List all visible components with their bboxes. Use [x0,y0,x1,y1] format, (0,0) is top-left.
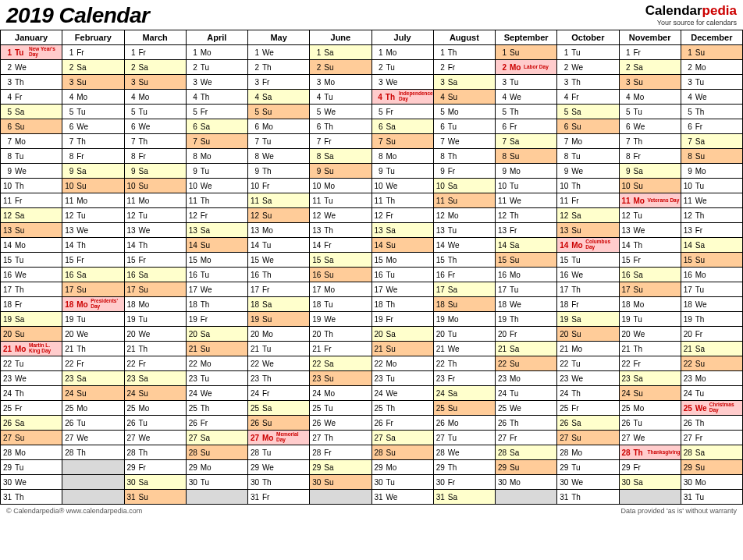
calendar-cell: 28Fr [310,445,372,460]
day-number: 12 [1,211,14,220]
day-of-week: Su [76,285,90,294]
calendar-cell: 15Fr [619,253,681,268]
calendar-cell: 21Su [186,342,247,356]
day-of-week: Su [138,182,152,190]
day-of-week: Tu [509,389,523,398]
day-number: 26 [620,419,633,427]
day-of-week: Th [200,404,214,413]
day-number: 17 [557,285,571,294]
day-of-week: Sa [695,241,709,250]
day-number: 11 [248,197,261,205]
day-of-week: Tu [571,48,585,57]
calendar-cell: 11Su [433,193,495,208]
day-number: 5 [187,108,200,116]
day-number: 24 [681,389,695,398]
calendar-row: 4Fr4Mo4Mo4Th4Sa4Tu4ThIndependence Day4Su… [1,90,743,105]
day-of-week: Mo [200,256,214,264]
day-of-week: Fr [447,478,461,487]
day-number: 25 [248,404,261,413]
day-number: 8 [681,152,695,161]
day-number: 5 [681,108,695,116]
day-of-week: We [571,63,585,72]
day-number: 1 [187,48,200,57]
day-number: 26 [496,419,509,427]
day-number: 13 [372,226,386,235]
calendar-cell: 4Th [186,90,247,105]
day-number: 25 [557,404,571,413]
calendar-cell: 23Mo [681,371,742,386]
day-of-week: Su [261,315,276,324]
calendar-cell: 9Sa [62,164,124,179]
day-number: 7 [496,137,509,146]
day-number: 21 [125,345,138,353]
day-of-week: Su [571,330,585,338]
day-number: 18 [681,300,695,309]
day-number: 23 [372,374,386,383]
day-of-week: Sa [200,434,214,442]
calendar-cell: 8Su [681,149,742,164]
calendar-cell: 10Tu [681,179,742,193]
day-of-week: Fr [200,419,214,427]
day-of-week: Th [138,448,152,457]
day-number: 9 [62,167,76,175]
calendar-cell: 6Su [1,119,62,134]
day-of-week: Sa [633,374,647,383]
day-number: 21 [1,345,14,353]
calendar-cell: 5Tu [62,105,124,119]
day-number: 9 [620,167,633,175]
day-of-week: Mo [138,197,152,205]
calendar-cell: 7Mo [1,134,62,149]
day-of-week: Tu [633,419,647,427]
day-of-week: Tu [509,182,523,190]
day-of-week: Su [138,389,152,398]
day-number: 24 [496,389,509,398]
day-number: 5 [434,108,447,116]
day-of-week: Mo [76,197,90,205]
day-of-week: Th [261,167,276,175]
calendar-cell: 13We [124,223,186,238]
day-number: 23 [125,374,138,383]
calendar-cell: 1Th [433,45,495,60]
day-of-week: Tu [447,330,461,338]
calendar-cell: 12Mo [433,208,495,223]
day-number: 2 [434,63,447,72]
day-number: 4 [681,93,695,101]
day-number: 17 [1,285,14,294]
day-number: 23 [620,374,633,383]
day-of-week: Mo [261,330,276,338]
calendar-cell: 13Fr [681,223,742,238]
calendar-cell: 14Sa [681,238,742,253]
calendar-cell [62,460,124,475]
day-of-week: Tu [386,167,400,175]
calendar-cell: 10Th [557,179,619,193]
day-of-week: Fr [695,122,709,131]
footer-disclaimer: Data provided 'as is' without warranty [620,507,737,515]
day-of-week: We [447,137,461,146]
calendar-cell: 14Th [619,238,681,253]
calendar-cell: 15Mo [372,253,433,268]
day-of-week: Mo [571,137,585,146]
day-number: 9 [496,167,509,175]
day-of-week: Th [386,197,400,205]
day-of-week: Fr [76,256,90,264]
day-number: 8 [62,152,76,161]
calendar-cell: 15Tu [1,253,62,268]
day-of-week: Sa [323,152,337,161]
calendar-cell: 12Sa [1,208,62,223]
calendar-cell: 18Sa [248,297,310,312]
calendar-cell: 20Th [310,327,372,342]
day-of-week: Tu [695,493,709,502]
day-number: 27 [372,434,386,442]
day-of-week: Th [14,285,28,294]
calendar-cell: 30Sa [124,475,186,490]
day-number: 20 [372,330,386,338]
day-number: 19 [248,315,261,324]
day-of-week: Tu [200,374,214,383]
day-of-week: Tu [200,63,214,72]
day-number: 1 [125,48,138,57]
calendar-cell: 30Mo [496,475,557,490]
day-of-week: We [447,345,461,353]
day-number: 28 [372,448,386,457]
calendar-cell: 25Tu [310,401,372,416]
day-of-week: Tu [323,300,337,309]
